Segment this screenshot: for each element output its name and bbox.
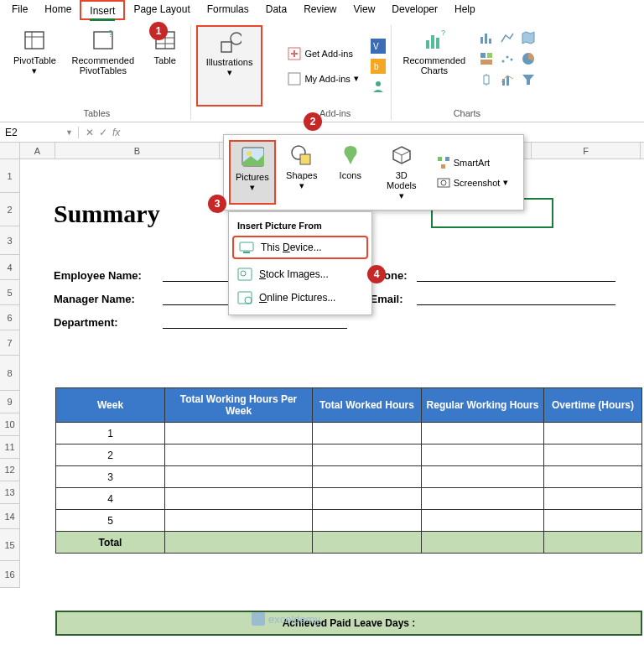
ribbon-group-tables: PivotTable ▾ ? Recommended PivotTables T… bbox=[3, 25, 191, 120]
row-11[interactable]: 11 bbox=[0, 436, 20, 459]
bing-icon[interactable]: b bbox=[371, 59, 386, 74]
svg-point-54 bbox=[241, 271, 246, 276]
chart-funnel-icon[interactable] bbox=[519, 70, 538, 89]
svg-rect-25 bbox=[485, 34, 487, 44]
shapes-button[interactable]: Shapes ▾ bbox=[279, 140, 325, 205]
chart-type-grid bbox=[477, 25, 538, 107]
this-device-option[interactable]: This Device... bbox=[232, 236, 368, 259]
ribbon-group-addins: Get Add-ins My Add-ins ▾ V b Add-ins bbox=[267, 25, 391, 120]
table-label: Table bbox=[154, 55, 176, 65]
smartart-button[interactable]: SmartArt bbox=[434, 154, 512, 171]
svg-text:V: V bbox=[373, 42, 379, 51]
fx-icon[interactable]: fx bbox=[112, 127, 120, 138]
svg-point-30 bbox=[501, 60, 504, 63]
row-1[interactable]: 1 bbox=[0, 159, 20, 193]
get-addins-button[interactable]: Get Add-ins bbox=[284, 45, 361, 62]
row-2[interactable]: 2 bbox=[0, 193, 20, 226]
menu-view[interactable]: View bbox=[345, 0, 384, 20]
row-8[interactable]: 8 bbox=[0, 356, 20, 391]
table-row: 4 bbox=[56, 488, 642, 510]
ribbon-group-illustrations: Illustrations ▾ bbox=[191, 25, 268, 120]
col-B[interactable]: B bbox=[55, 143, 220, 159]
row-14[interactable]: 14 bbox=[0, 504, 20, 529]
th-ot: Overtime (Hours) bbox=[544, 388, 642, 423]
chart-stats-icon[interactable] bbox=[477, 70, 496, 89]
menu-insert[interactable]: Insert bbox=[80, 0, 125, 20]
visio-icon[interactable]: V bbox=[371, 39, 386, 54]
chart-column-icon[interactable] bbox=[477, 29, 496, 47]
illustrations-dropdown: Pictures ▾ Shapes ▾ Icons 3D Models ▾ Sm… bbox=[223, 134, 524, 211]
pictures-button[interactable]: Pictures ▾ bbox=[229, 140, 276, 205]
pivottable-button[interactable]: PivotTable ▾ bbox=[8, 25, 61, 107]
col-A[interactable]: A bbox=[20, 143, 55, 159]
ribbon-group-charts: ? Recommended Charts Charts bbox=[392, 25, 543, 120]
pictures-icon bbox=[241, 145, 264, 169]
chart-pie-icon[interactable] bbox=[519, 49, 538, 68]
row-4[interactable]: 4 bbox=[0, 255, 20, 280]
chart-hierarchy-icon[interactable] bbox=[477, 49, 496, 68]
row-13[interactable]: 13 bbox=[0, 481, 20, 504]
name-box-value: E2 bbox=[5, 127, 18, 138]
icons-label: Icons bbox=[340, 170, 361, 180]
row-15[interactable]: 15 bbox=[0, 529, 20, 561]
screenshot-button[interactable]: Screenshot ▾ bbox=[434, 174, 512, 191]
name-box[interactable]: E2 ▼ bbox=[0, 127, 79, 138]
email-field[interactable] bbox=[417, 292, 616, 305]
recommended-charts-button[interactable]: ? Recommended Charts bbox=[397, 25, 472, 107]
chart-line-icon[interactable] bbox=[498, 29, 517, 47]
confirm-icon[interactable]: ✓ bbox=[99, 127, 107, 138]
chart-combo-icon[interactable] bbox=[498, 70, 517, 89]
row-10[interactable]: 10 bbox=[0, 413, 20, 436]
svg-rect-9 bbox=[221, 42, 231, 52]
cancel-icon[interactable]: ✕ bbox=[86, 127, 94, 138]
chevron-down-icon: ▾ bbox=[299, 180, 304, 191]
svg-marker-39 bbox=[522, 75, 534, 85]
menu-page-layout[interactable]: Page Layout bbox=[125, 0, 198, 20]
svg-rect-57 bbox=[252, 612, 265, 626]
th-rwh: Regular Working Hours bbox=[422, 388, 544, 423]
row-16[interactable]: 16 bbox=[0, 561, 20, 588]
menu-formulas[interactable]: Formulas bbox=[199, 0, 257, 20]
menu-file[interactable]: File bbox=[3, 0, 36, 20]
stock-images-option[interactable]: Stock Images... bbox=[229, 263, 371, 286]
my-addins-button[interactable]: My Add-ins ▾ bbox=[284, 70, 361, 87]
3d-models-label: 3D Models bbox=[382, 170, 422, 190]
page-title: Summary bbox=[20, 200, 160, 228]
employee-name-label: Employee Name: bbox=[54, 269, 163, 282]
badge-4: 4 bbox=[367, 265, 386, 283]
row-3[interactable]: 3 bbox=[0, 226, 20, 255]
menu-developer[interactable]: Developer bbox=[383, 0, 446, 20]
recommended-charts-label: Recommended Charts bbox=[402, 55, 467, 75]
chevron-down-icon: ▾ bbox=[250, 182, 255, 193]
menu-home[interactable]: Home bbox=[36, 0, 80, 20]
menu-help[interactable]: Help bbox=[446, 0, 484, 20]
row-12[interactable]: 12 bbox=[0, 459, 20, 481]
achieved-paid-leave-bar: Achieved Paid Leave Days : bbox=[55, 611, 642, 636]
my-addins-icon bbox=[288, 72, 301, 86]
svg-rect-28 bbox=[487, 53, 492, 58]
col-F[interactable]: F bbox=[532, 143, 641, 159]
row-5[interactable]: 5 bbox=[0, 280, 20, 305]
charts-group-label: Charts bbox=[454, 107, 480, 120]
select-all-corner[interactable] bbox=[0, 143, 20, 159]
badge-2: 2 bbox=[304, 112, 322, 131]
chevron-down-icon: ▾ bbox=[399, 190, 404, 201]
chart-map-icon[interactable] bbox=[519, 29, 538, 47]
phone-field[interactable] bbox=[417, 268, 616, 282]
online-pictures-option[interactable]: Online Pictures... bbox=[229, 286, 371, 309]
chart-scatter-icon[interactable] bbox=[498, 49, 517, 68]
department-field[interactable] bbox=[163, 315, 347, 329]
illustrations-button[interactable]: Illustrations ▾ bbox=[196, 25, 263, 107]
row-7[interactable]: 7 bbox=[0, 330, 20, 356]
icons-button[interactable]: Icons bbox=[328, 140, 373, 205]
people-icon[interactable] bbox=[371, 79, 386, 94]
svg-rect-26 bbox=[489, 39, 491, 44]
menu-review[interactable]: Review bbox=[295, 0, 345, 20]
row-9[interactable]: 9 bbox=[0, 391, 20, 413]
recommended-pivottables-button[interactable]: ? Recommended PivotTables bbox=[66, 25, 140, 107]
menu-data[interactable]: Data bbox=[257, 0, 295, 20]
row-6[interactable]: 6 bbox=[0, 305, 20, 330]
3d-models-button[interactable]: 3D Models ▾ bbox=[377, 140, 427, 205]
recommended-pivottables-icon: ? bbox=[91, 29, 115, 52]
recommended-charts-icon: ? bbox=[423, 29, 446, 52]
